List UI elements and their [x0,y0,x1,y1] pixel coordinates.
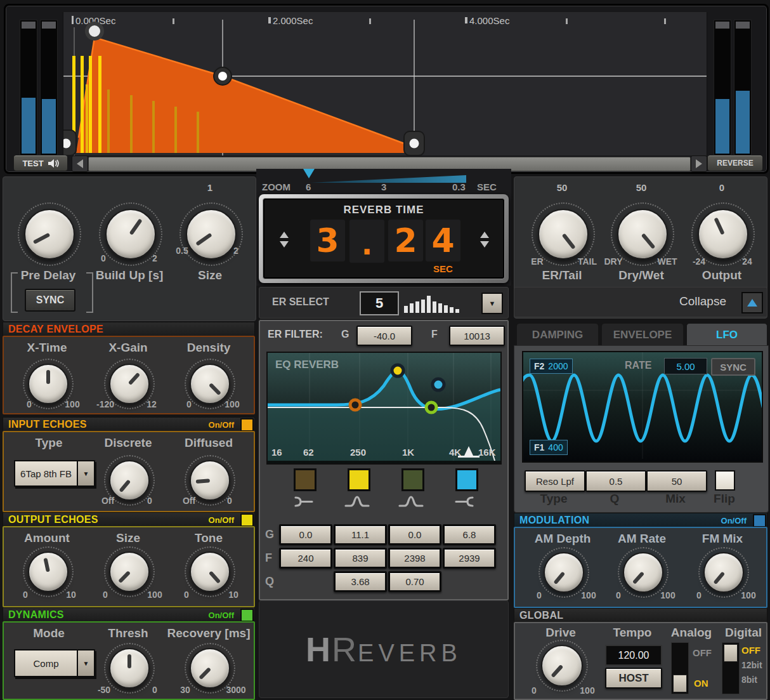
output-echoes-onoff-toggle[interactable] [240,513,254,527]
er-filter-g-label: G [341,329,349,340]
thresh-knob[interactable] [109,648,150,689]
analog-toggle[interactable] [671,642,689,694]
eq-band1-handle[interactable] [350,400,360,410]
recovery-knob[interactable] [190,648,230,689]
er-filter-gain-value[interactable]: -40.0 [356,326,412,346]
tab-damping[interactable]: DAMPING [516,323,599,346]
lfo-f1-badge[interactable]: F1 400 [530,440,568,455]
zoom-slider-handle[interactable] [303,169,315,178]
recovery-min: 30 [180,685,190,695]
eq-band4-handle[interactable] [433,379,444,390]
dynamics-mode-dropdown[interactable]: Comp ▼ [14,649,95,677]
drive-max: 100 [580,685,594,696]
eq-g4-value[interactable]: 6.8 [443,524,496,545]
tab-envelope[interactable]: ENVELOPE [601,323,684,346]
tail-end-handle[interactable] [404,131,424,155]
eq-band1-select-button[interactable] [294,468,316,491]
er-select-dropdown-button[interactable]: ▼ [481,293,503,314]
tone-knob[interactable] [190,551,230,592]
er-select-value[interactable]: 5 [360,291,399,315]
pre-delay-sync-button[interactable]: SYNC [25,289,75,312]
am-depth-knob[interactable] [544,552,584,593]
reverse-button[interactable]: REVERSE [707,155,763,171]
lfo-q-value[interactable]: 0.5 [585,470,646,492]
f1-value: 400 [548,442,563,452]
reverb-time-digit-1[interactable]: 3 [310,220,345,261]
er-filter-label: ER FILTER: [268,329,323,340]
x-gain-min: -120 [96,399,114,409]
output-echoes-header: OUTPUT ECHOES On/Off [3,512,255,527]
density-knob[interactable] [190,364,230,404]
digital-off-label: OFF [741,645,760,656]
er-tail-knob[interactable] [538,209,589,260]
eq-g2-value[interactable]: 11.1 [334,524,387,545]
er-filter-freq-value[interactable]: 10013 [449,326,505,346]
input-echoes-section: Type Discrete Diffused 6Tap 8th FB ▼ Off… [3,431,255,512]
eq-g3-value[interactable]: 0.0 [388,524,441,545]
dry-wet-knob[interactable] [617,209,668,260]
reverb-time-digit-2[interactable]: 2 [388,220,423,261]
input-echoes-onoff-toggle[interactable] [240,418,254,432]
modulation-onoff-toggle[interactable] [753,514,766,527]
dynamics-onoff-toggle[interactable] [240,609,254,622]
eq-band3-handle[interactable] [426,402,436,413]
pre-delay-knob[interactable] [24,209,75,260]
x-gain-knob[interactable] [109,364,150,404]
reverb-time-digit-3[interactable]: 4 [426,220,460,261]
lfo-sync-button[interactable]: SYNC [711,358,755,376]
am-rate-knob[interactable] [623,552,663,593]
amount-knob[interactable] [28,551,69,592]
digital-toggle-handle[interactable] [724,644,738,662]
reverb-time-stepper-left[interactable] [280,232,289,248]
digital-toggle[interactable] [722,642,740,694]
input-type-dropdown[interactable]: 6Tap 8th FB ▼ [14,460,95,487]
x-time-knob[interactable] [28,364,69,404]
lfo-f2-badge[interactable]: F2 2000 [530,359,573,374]
out-size-knob[interactable] [109,551,150,592]
host-button[interactable]: HOST [605,668,662,689]
eq-band2-select-button[interactable] [348,468,370,491]
size-knob[interactable] [186,209,237,260]
lfo-wave-display[interactable]: F2 2000 RATE 5.00 SYNC F1 400 [522,351,763,463]
diffused-max: 0 [227,496,232,506]
test-button[interactable]: TEST [13,155,68,171]
eq-f2-value[interactable]: 839 [334,548,387,569]
lfo-mix-value[interactable]: 50 [646,470,707,492]
collapse-button[interactable] [741,292,763,314]
eq-f3-value[interactable]: 2398 [388,548,441,569]
decay-envelope-section: X-Time X-Gain Density 0 100 -120 12 0 10… [3,336,255,414]
lfo-rate-value[interactable]: 5.00 [664,358,707,374]
peak-handle[interactable] [87,23,102,39]
eq-g1-value[interactable]: 0.0 [279,524,332,545]
drive-knob[interactable] [541,645,583,687]
eq-q2-value[interactable]: 3.68 [334,571,387,592]
eq-band2-handle[interactable] [392,365,403,376]
analog-toggle-handle[interactable] [673,675,687,692]
eq-band4-select-button[interactable] [455,468,478,491]
diffused-knob[interactable] [190,460,230,501]
scroll-left-button[interactable] [72,155,88,172]
tempo-display[interactable]: 120.00 [605,645,662,666]
dynamics-onoff-label: On/Off [209,611,234,620]
build-up-knob[interactable] [105,209,156,260]
lfo-filter-type-button[interactable]: Reso Lpf [525,470,585,492]
reverb-time-stepper-right[interactable] [480,232,489,248]
envelope-tab-label: ENVELOPE [613,329,672,341]
fm-mix-knob[interactable] [703,552,744,593]
reverb-envelope-graph[interactable]: 0.000Sec 2.000Sec 4.000Sec [63,12,707,155]
eq-q3-value[interactable]: 0.70 [388,571,441,592]
eq-band3-select-button[interactable] [401,468,424,491]
dropdown-arrow-icon: ▼ [77,461,94,485]
pre-delay-label: Pre Delay [21,268,76,282]
decay-mid-handle[interactable] [214,67,232,85]
discrete-knob[interactable] [109,460,150,501]
scroll-right-button[interactable] [691,155,707,172]
input-echoes-onoff-label: On/Off [209,420,234,430]
pre-delay-handle[interactable] [63,130,76,155]
tab-lfo[interactable]: LFO [686,323,767,346]
lfo-flip-toggle[interactable] [715,470,735,491]
eq-f1-value[interactable]: 240 [279,548,332,569]
output-knob[interactable] [698,209,748,260]
eq-f4-value[interactable]: 2939 [443,548,496,569]
eq-reverb-graph[interactable]: EQ REVERB 16 62 250 1K 4K 16K [266,352,502,465]
